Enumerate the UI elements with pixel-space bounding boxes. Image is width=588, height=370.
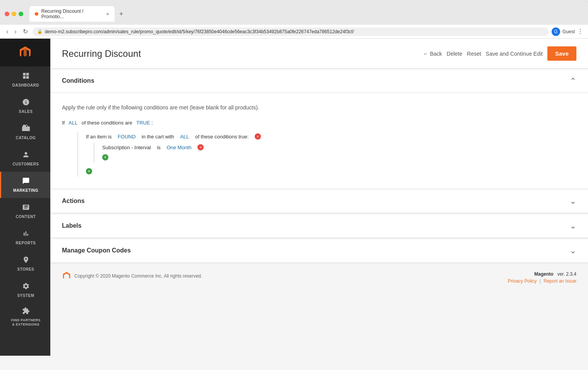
remove-condition-button[interactable]: ×: [197, 144, 204, 150]
add-sub-rule-row: +: [86, 166, 576, 177]
add-sub-rule-button[interactable]: +: [86, 168, 92, 174]
page-header: Recurring Discount ← Back Delete Reset S…: [50, 39, 588, 69]
sidebar-item-label-system: SYSTEM: [17, 293, 34, 298]
labels-header[interactable]: Labels ⌄: [50, 214, 588, 238]
sub-rule-found-link[interactable]: FOUND: [118, 134, 135, 140]
condition-label: Subscription - Interval: [102, 145, 151, 150]
save-button[interactable]: Save: [547, 46, 576, 61]
condition-value-link[interactable]: One Month: [166, 145, 191, 150]
back-button[interactable]: ← Back: [423, 51, 442, 57]
sidebar-item-stores[interactable]: STORES: [0, 251, 50, 277]
subscription-interval-condition: Subscription - Interval is One Month ×: [102, 143, 576, 152]
conditions-header[interactable]: Conditions ⌃: [50, 69, 588, 93]
sub-rule-middle: in the cart with: [142, 134, 174, 140]
reload-button[interactable]: ↻: [21, 27, 29, 36]
new-tab-button[interactable]: +: [116, 9, 127, 20]
svg-rect-2: [23, 76, 26, 79]
actions-title: Actions: [62, 198, 85, 205]
conditions-content: Apply the rule only if the following con…: [50, 93, 588, 188]
rule-true-link[interactable]: TRUE: [136, 120, 150, 126]
condition-is: is: [157, 145, 160, 150]
minimize-button[interactable]: [12, 12, 16, 16]
rule-middle-label: of these conditions are: [82, 120, 132, 126]
reset-button[interactable]: Reset: [467, 51, 481, 57]
footer-copyright: Copyright © 2020 Magento Commerce Inc. A…: [62, 271, 202, 281]
extensions-icon: [22, 307, 30, 317]
profile-name: Guest: [562, 29, 575, 34]
address-bar-row: ‹ › ↻ 🔒 demo-m2.subscribepro.com/admin/s…: [0, 25, 588, 39]
customers-icon: [22, 151, 30, 160]
catalog-icon: [22, 124, 30, 134]
sidebar-item-label-sales: SALES: [19, 109, 33, 114]
tab-favicon: [34, 11, 39, 17]
labels-section: Labels ⌄: [50, 214, 588, 238]
stores-icon: [22, 256, 30, 266]
coupon-toggle-icon: ⌄: [570, 246, 576, 255]
footer-version: Magento ver. 2.3.4: [508, 271, 576, 277]
labels-title: Labels: [62, 222, 82, 229]
browser-menu-icon[interactable]: ⋮: [577, 28, 583, 35]
profile-icon: G: [552, 27, 560, 36]
app-container: DASHBOARD SALES CATALOG CUSTOMERS: [0, 39, 588, 356]
sidebar-item-label-catalog: CATALOG: [16, 136, 36, 140]
profile-area: G Guest ⋮: [552, 27, 583, 36]
copyright-text: Copyright © 2020 Magento Commerce Inc. A…: [74, 273, 202, 279]
delete-button[interactable]: Delete: [447, 51, 462, 57]
coupon-section: Manage Coupon Codes ⌄: [50, 239, 588, 263]
sidebar-item-label-customers: CUSTOMERS: [12, 162, 39, 166]
address-bar[interactable]: 🔒 demo-m2.subscribepro.com/admin/sales_r…: [33, 27, 549, 36]
conditions-title: Conditions: [62, 77, 94, 84]
back-arrow-icon: ←: [423, 51, 429, 57]
sidebar-item-dashboard[interactable]: DASHBOARD: [0, 66, 50, 93]
svg-rect-1: [26, 73, 29, 76]
sidebar-item-catalog[interactable]: CATALOG: [0, 119, 50, 145]
add-condition-button[interactable]: +: [102, 154, 108, 160]
sidebar-item-content[interactable]: CONTENT: [0, 198, 50, 224]
sidebar-item-label-reports: REPORTS: [16, 241, 36, 245]
sidebar-item-reports[interactable]: REPORTS: [0, 224, 50, 251]
url-text: demo-m2.subscribepro.com/admin/sales_rul…: [45, 29, 544, 34]
actions-header[interactable]: Actions ⌄: [50, 189, 588, 213]
conditions-main-rule: If ALL of these conditions are TRUE :: [62, 120, 576, 126]
back-nav-button[interactable]: ‹: [5, 27, 10, 36]
tab-close-icon[interactable]: ✕: [105, 11, 110, 17]
page-title: Recurring Discount: [62, 48, 417, 59]
sidebar-item-label-dashboard: DASHBOARD: [12, 83, 39, 87]
sidebar-item-find-partners[interactable]: FIND PARTNERS& EXTENSIONS: [0, 303, 50, 331]
footer-separator: |: [540, 278, 541, 284]
marketing-icon: [22, 177, 30, 187]
svg-rect-3: [26, 76, 29, 79]
sidebar-item-sales[interactable]: SALES: [0, 93, 50, 119]
reports-icon: [22, 230, 30, 239]
close-button[interactable]: [5, 12, 9, 16]
coupon-header[interactable]: Manage Coupon Codes ⌄: [50, 239, 588, 263]
sub-rule-all-link[interactable]: ALL: [180, 134, 189, 140]
main-content: Recurring Discount ← Back Delete Reset S…: [50, 39, 588, 356]
forward-nav-button[interactable]: ›: [13, 27, 18, 36]
fullscreen-button[interactable]: [19, 12, 23, 16]
sidebar-logo[interactable]: [0, 39, 50, 66]
conditions-intro: Apply the rule only if the following con…: [62, 104, 576, 111]
privacy-policy-link[interactable]: Privacy Policy: [508, 278, 537, 284]
sub-rule-item: If an item is FOUND in the cart with ALL…: [86, 132, 576, 141]
tab-title: Recurring Discount / Promotio...: [41, 9, 101, 19]
conditions-section: Conditions ⌃ Apply the rule only if the …: [50, 69, 588, 188]
rule-all-link[interactable]: ALL: [69, 120, 77, 126]
rule-suffix-label: :: [151, 120, 153, 126]
add-condition-row: +: [102, 152, 576, 163]
footer-magento-logo: [62, 271, 71, 281]
labels-toggle-icon: ⌄: [570, 221, 576, 230]
lock-icon: 🔒: [37, 29, 43, 34]
actions-toggle-icon: ⌄: [570, 196, 576, 206]
footer-right: Magento ver. 2.3.4 Privacy Policy | Repo…: [508, 271, 576, 284]
active-tab[interactable]: Recurring Discount / Promotio... ✕: [29, 6, 115, 22]
remove-sub-rule-button[interactable]: ×: [255, 133, 261, 140]
sidebar-item-customers[interactable]: CUSTOMERS: [0, 145, 50, 172]
sales-icon: [22, 98, 30, 108]
sidebar-item-system[interactable]: SYSTEM: [0, 277, 50, 303]
sidebar-item-marketing[interactable]: MARKETING: [0, 172, 50, 198]
version-text: ver. 2.3.4: [557, 271, 576, 277]
report-issue-link[interactable]: Report an Issue: [543, 278, 576, 284]
sidebar: DASHBOARD SALES CATALOG CUSTOMERS: [0, 39, 50, 356]
save-continue-button[interactable]: Save and Continue Edit: [486, 51, 543, 57]
